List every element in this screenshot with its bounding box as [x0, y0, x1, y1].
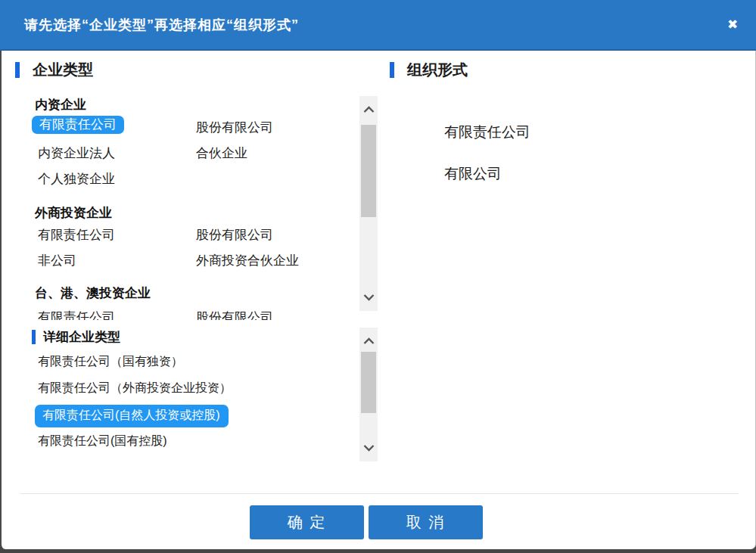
list-item[interactable]: 合伙企业	[196, 144, 247, 163]
list-item[interactable]: 外商投资合伙企业	[196, 252, 299, 270]
scroll-down-icon[interactable]	[359, 439, 378, 457]
detail-list-scrollbar[interactable]	[359, 328, 378, 461]
list-item[interactable]: 股份有限公司	[196, 226, 273, 244]
list-item[interactable]: 个人独资企业	[38, 170, 115, 188]
organization-form-heading: 组织形式	[390, 60, 468, 80]
detail-type-title: 详细企业类型	[43, 328, 120, 346]
list-item[interactable]: 有限责任公司	[38, 309, 115, 320]
scroll-up-icon[interactable]	[359, 332, 378, 350]
confirm-button[interactable]: 确 定	[250, 505, 364, 539]
detail-item-selected[interactable]: 有限责任公司(自然人投资或控股)	[35, 405, 229, 427]
scrollbar-thumb[interactable]	[361, 352, 376, 413]
organization-item[interactable]: 有限责任公司	[444, 123, 530, 142]
dialog-titlebar: 请先选择“企业类型”再选择相应“组织形式” ✖	[0, 0, 756, 51]
dialog-title: 请先选择“企业类型”再选择相应“组织形式”	[0, 16, 299, 34]
detail-item[interactable]: 有限责任公司（国有独资）	[38, 354, 183, 370]
close-icon[interactable]: ✖	[723, 15, 742, 35]
scrollbar-thumb[interactable]	[361, 125, 376, 217]
organization-item[interactable]: 有限公司	[444, 164, 502, 184]
detail-type-heading: 详细企业类型	[32, 328, 120, 346]
enterprise-type-list: 内资企业 有限责任公司 股份有限公司 内资企业法人 合伙企业 个人独资企业 外商…	[24, 95, 357, 320]
group-header-hk-mo-tw: 台、港、澳投资企业	[35, 284, 151, 302]
list-item[interactable]: 内资企业法人	[38, 144, 115, 163]
scroll-down-icon[interactable]	[359, 288, 378, 306]
group-header-domestic: 内资企业	[35, 96, 86, 113]
accent-bar	[390, 62, 394, 78]
detail-item[interactable]: 有限责任公司(国有控股)	[38, 433, 167, 449]
selected-pill[interactable]: 有限责任公司	[32, 116, 124, 134]
scroll-up-icon[interactable]	[359, 101, 378, 119]
detail-item[interactable]: 有限责任公司（外商投资企业投资）	[38, 381, 232, 396]
organization-form-title: 组织形式	[407, 60, 468, 80]
list-item-selected[interactable]: 有限责任公司	[32, 116, 124, 134]
group-header-foreign: 外商投资企业	[35, 204, 112, 222]
enterprise-type-dialog: 请先选择“企业类型”再选择相应“组织形式” ✖ 企业类型 组织形式 内资企业 有…	[0, 0, 756, 549]
cancel-button[interactable]: 取 消	[369, 505, 483, 539]
list-item[interactable]: 股份有限公司	[196, 119, 273, 137]
list-item[interactable]: 股份有限公司	[196, 309, 273, 320]
list-item[interactable]: 有限责任公司	[38, 226, 115, 244]
accent-bar	[32, 330, 36, 344]
enterprise-type-title: 企业类型	[33, 60, 93, 80]
enterprise-list-scrollbar[interactable]	[359, 96, 378, 311]
list-item[interactable]: 非公司	[38, 252, 76, 270]
accent-bar	[15, 62, 20, 78]
footer-divider	[20, 493, 739, 494]
enterprise-type-heading: 企业类型	[15, 60, 93, 80]
